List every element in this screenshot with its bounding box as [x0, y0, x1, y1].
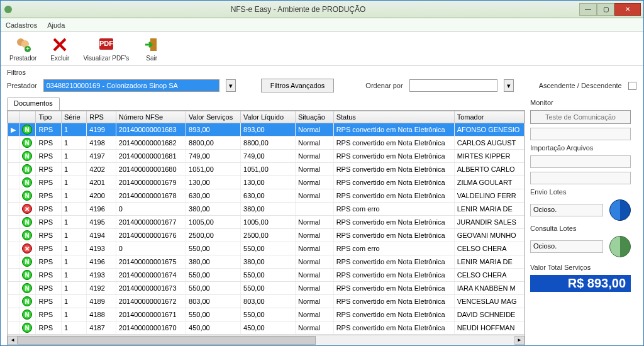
table-row[interactable]: N RPS 1 4194 201400000001676 2500,00 250…: [8, 229, 525, 242]
ordenar-combo-arrow[interactable]: ▾: [504, 79, 514, 92]
cell-tomador: ALBERTO CARLO: [454, 163, 524, 176]
cell-serie: 1: [61, 150, 86, 163]
prestador-combo-arrow[interactable]: ▾: [226, 79, 236, 92]
cell-tomador: AFONSO GENESIO: [454, 123, 524, 137]
status-error-icon: ✕: [22, 204, 32, 214]
cell-valor-servicos: 550,00: [186, 242, 241, 255]
menu-ajuda[interactable]: Ajuda: [47, 21, 65, 29]
col-header[interactable]: Tipo: [36, 111, 61, 123]
status-ok-icon: N: [22, 164, 32, 174]
table-row[interactable]: N RPS 1 4192 201400000001673 550,00 550,…: [8, 282, 525, 295]
table-row[interactable]: N RPS 1 4196 201400000001675 380,00 380,…: [8, 255, 525, 269]
cell-valor-servicos: 1051,00: [186, 163, 241, 176]
col-header[interactable]: Série: [61, 111, 86, 123]
table-row[interactable]: ✕ RPS 1 4196 0 380,00 380,00 RPS com err…: [8, 203, 525, 216]
cell-tomador: IARA KNABBEN M: [454, 282, 524, 295]
table-row[interactable]: N RPS 1 4187 201400000001670 450,00 450,…: [8, 321, 525, 335]
asc-desc-checkbox[interactable]: [628, 82, 636, 90]
status-ok-icon: N: [22, 151, 32, 161]
table-row[interactable]: ✕ RPS 1 4193 0 550,00 550,00 Normal RPS …: [8, 242, 525, 255]
cell-rps: 4188: [87, 308, 116, 321]
row-marker: [8, 137, 19, 150]
col-header[interactable]: Valor Líquido: [241, 111, 296, 123]
cell-tipo: RPS: [36, 269, 61, 282]
svg-text:PDF: PDF: [99, 40, 113, 47]
cell-nfse: 0: [116, 203, 186, 216]
close-button[interactable]: ✕: [614, 3, 641, 16]
prestador-combo[interactable]: 03488210000169 - Colonizadora Sinop SA: [43, 79, 219, 92]
cell-status: RPS com erro: [333, 242, 454, 255]
cell-serie: 1: [61, 242, 86, 255]
cell-valor-servicos: 630,00: [186, 189, 241, 203]
table-row[interactable]: ▶ N RPS 1 4199 201400000001683 893,00 89…: [8, 123, 525, 137]
table-row[interactable]: N RPS 1 4193 201400000001674 550,00 550,…: [8, 269, 525, 282]
teste-comunicacao-button[interactable]: Teste de Comunicação: [530, 110, 631, 124]
cell-valor-liquido: 630,00: [241, 189, 296, 203]
table-row[interactable]: N RPS 1 4195 201400000001677 1005,00 100…: [8, 216, 525, 229]
maximize-button[interactable]: ▢: [597, 3, 614, 16]
importacao-readout-1: [530, 155, 631, 168]
col-header[interactable]: Status: [333, 111, 454, 123]
horizontal-scrollbar[interactable]: ◄ ►: [8, 335, 525, 345]
cell-nfse: 201400000001678: [116, 189, 186, 203]
table-row[interactable]: N RPS 1 4198 201400000001682 8800,00 880…: [8, 137, 525, 150]
total-value: R$ 893,00: [530, 275, 631, 292]
col-header[interactable]: Situação: [295, 111, 333, 123]
cell-serie: 1: [61, 255, 86, 269]
cell-status: RPS convertido em Nota Eletrônica: [333, 269, 454, 282]
cell-tomador: DAVID SCHNEIDE: [454, 308, 524, 321]
table-row[interactable]: N RPS 1 4188 201400000001671 550,00 550,…: [8, 308, 525, 321]
cell-tomador: CELSO CHERA: [454, 269, 524, 282]
scroll-left-arrow[interactable]: ◄: [8, 336, 18, 345]
col-header[interactable]: Tomador: [454, 111, 524, 123]
svg-point-0: [4, 6, 12, 13]
scroll-thumb[interactable]: [18, 336, 316, 345]
table-row[interactable]: N RPS 1 4197 201400000001681 749,00 749,…: [8, 150, 525, 163]
table-row[interactable]: N RPS 1 4200 201400000001678 630,00 630,…: [8, 189, 525, 203]
minimize-button[interactable]: —: [579, 3, 597, 16]
status-ok-icon: N: [22, 125, 32, 135]
tab-documentos[interactable]: Documentos: [7, 98, 60, 110]
cell-valor-liquido: 1005,00: [241, 216, 296, 229]
col-header[interactable]: Valor Serviços: [186, 111, 241, 123]
cell-tomador: CARLOS AUGUST: [454, 137, 524, 150]
cell-nfse: 201400000001680: [116, 163, 186, 176]
row-status-icon: N: [19, 150, 36, 163]
col-header[interactable]: RPS: [87, 111, 116, 123]
cell-situacao: Normal: [295, 269, 333, 282]
cell-nfse: 201400000001677: [116, 216, 186, 229]
sair-button[interactable]: Sair: [139, 35, 164, 63]
grid[interactable]: TipoSérieRPSNúmero NFSeValor ServiçosVal…: [7, 110, 525, 346]
table-row[interactable]: N RPS 1 4189 201400000001672 803,00 803,…: [8, 295, 525, 308]
scroll-right-arrow[interactable]: ►: [514, 336, 525, 345]
cell-serie: 1: [61, 295, 86, 308]
titlebar: NFS-e Easy - Ambiente de PRODUÇÃO — ▢ ✕: [1, 1, 643, 18]
cell-tipo: RPS: [36, 295, 61, 308]
cell-situacao: Normal: [295, 176, 333, 189]
scroll-track[interactable]: [18, 336, 514, 345]
cell-rps: 4197: [87, 150, 116, 163]
cell-situacao: Normal: [295, 321, 333, 335]
cell-nfse: 201400000001672: [116, 295, 186, 308]
excluir-button[interactable]: Excluir: [47, 35, 73, 63]
cell-valor-liquido: 130,00: [241, 176, 296, 189]
menubar: Cadastros Ajuda: [1, 18, 643, 32]
filtros-avancados-button[interactable]: Filtros Avançados: [261, 79, 335, 92]
toolbar: + Prestador Excluir PDF Visualizar PDF's…: [1, 32, 643, 66]
cell-rps: 4201: [87, 176, 116, 189]
col-header[interactable]: [8, 111, 19, 123]
cell-valor-servicos: 2500,00: [186, 229, 241, 242]
row-status-icon: N: [19, 137, 36, 150]
table-row[interactable]: N RPS 1 4201 201400000001679 130,00 130,…: [8, 176, 525, 189]
table-row[interactable]: N RPS 1 4202 201400000001680 1051,00 105…: [8, 163, 525, 176]
ordenar-combo[interactable]: [409, 79, 497, 92]
cell-situacao: Normal: [295, 163, 333, 176]
col-header[interactable]: Número NFSe: [116, 111, 186, 123]
cell-serie: 1: [61, 203, 86, 216]
visualizar-pdf-button[interactable]: PDF Visualizar PDF's: [79, 35, 133, 63]
prestador-button[interactable]: + Prestador: [6, 35, 40, 63]
row-status-icon: N: [19, 176, 36, 189]
cell-tipo: RPS: [36, 163, 61, 176]
col-header[interactable]: [19, 111, 36, 123]
menu-cadastros[interactable]: Cadastros: [6, 21, 37, 29]
